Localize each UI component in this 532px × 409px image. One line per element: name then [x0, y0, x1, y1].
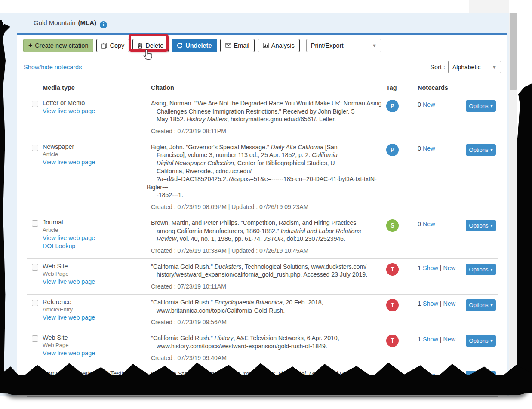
media-link[interactable]: View live web page [43, 108, 151, 114]
show-hide-notecards-link[interactable]: Show/hide notecards [24, 64, 82, 71]
citation-style-label: (MLA) [78, 19, 96, 26]
header-notecards: Notecards [418, 80, 466, 95]
scrollbar-thumb[interactable] [510, 9, 517, 90]
chevron-down-icon: ▾ [490, 338, 492, 343]
media-subtype-label: Article [43, 151, 151, 157]
options-button[interactable]: Options ▾ [466, 144, 496, 156]
email-button[interactable]: Email [220, 39, 255, 52]
vertical-scrollbar[interactable]: ▲ [509, 0, 517, 387]
project-bar: Gold Mountain(MLA)i [0, 13, 509, 33]
create-new-citation-button[interactable]: + Create new citation [23, 39, 93, 52]
undelete-button[interactable]: Undelete [172, 39, 217, 52]
options-button[interactable]: Options ▾ [466, 299, 496, 311]
sort-control: Sort : Alphabetic ▼ [430, 61, 501, 73]
media-type-label: Newspaper [43, 143, 151, 150]
chevron-down-icon: ▾ [490, 104, 492, 108]
print-export-dropdown[interactable]: Print/Export ▼ [306, 39, 381, 52]
notecards-cell: 0 New [418, 99, 466, 135]
media-type-label: Journal [43, 219, 151, 226]
created-updated-text: Created : 07/23/19 08:09PM | Updated : 0… [151, 203, 386, 210]
tag-badge[interactable]: S [386, 219, 399, 232]
row-checkbox[interactable] [32, 300, 38, 306]
notecards-cell: 1 Show | New [418, 263, 466, 290]
notecards-link[interactable]: New [423, 101, 435, 108]
project-title: Gold Mountain(MLA)i [34, 19, 107, 28]
analysis-chart-icon [263, 43, 269, 48]
media-link[interactable]: View live web page [43, 159, 151, 166]
notecards-cell: 1 Show | New [418, 298, 466, 326]
media-type-label: Letter or Memo [43, 99, 151, 106]
envelope-icon [225, 43, 231, 48]
media-links: View live web page [43, 314, 151, 321]
project-title-text: Gold Mountain [34, 19, 76, 26]
options-label: Options [469, 147, 489, 153]
subbar: Show/hide notecards Sort : Alphabetic ▼ [17, 56, 507, 78]
header-citation: Citation [151, 80, 386, 95]
created-updated-text: Created : 07/23/19 08:11PM [151, 128, 386, 135]
notecards-link[interactable]: New [443, 264, 455, 271]
undelete-label: Undelete [185, 42, 212, 49]
citation-text: "California Gold Rush." Encyclopaedia Br… [151, 298, 386, 314]
notecards-cell: 1 Show | New [418, 334, 466, 361]
row-checkbox[interactable] [32, 220, 38, 227]
row-checkbox[interactable] [32, 335, 38, 342]
citation-text: "California Gold Rush." Ducksters, Techn… [151, 263, 386, 279]
row-checkbox[interactable] [32, 264, 38, 271]
created-updated-text: Created : 07/23/19 09:40AM [151, 354, 386, 361]
media-links: View live web page [43, 159, 151, 166]
table-row: Letter or Memo View live web page Asing,… [27, 95, 498, 139]
notecards-link[interactable]: Show [423, 300, 438, 307]
options-button[interactable]: Options ▾ [466, 264, 496, 275]
notecards-link[interactable]: New [423, 145, 435, 152]
noodletools-sources-screen: NoodleTools Projects Dashboard Sources N… [0, 0, 532, 409]
torn-frame-wedge [4, 24, 10, 33]
media-type-label: Web Site [43, 334, 151, 341]
options-button[interactable]: Options ▾ [466, 335, 496, 347]
media-link[interactable]: View live web page [43, 234, 151, 241]
table-row: Web Site Web Page View live web page "Ca… [27, 330, 498, 366]
media-link[interactable]: View live web page [43, 314, 151, 321]
torn-frame-right [517, 83, 532, 391]
tag-badge[interactable]: P [386, 100, 399, 112]
info-icon[interactable]: i [100, 21, 107, 28]
notecards-link[interactable]: New [423, 221, 435, 228]
media-links: View live web page [43, 108, 151, 114]
media-link[interactable]: DOI Lookup [43, 243, 151, 249]
notecards-link[interactable]: Show [423, 264, 438, 271]
options-button[interactable]: Options ▾ [466, 220, 496, 231]
toolbar: + Create new citation Copy Delete Undel [17, 35, 507, 56]
options-label: Options [469, 222, 489, 229]
options-button[interactable]: Options ▾ [466, 100, 496, 112]
notecards-count: 0 [418, 101, 423, 108]
row-checkbox[interactable] [32, 101, 38, 107]
row-checkbox[interactable] [32, 145, 38, 151]
table-header-row: Media type Citation Tag Notecards [27, 80, 498, 95]
analysis-button[interactable]: Analysis [258, 39, 300, 52]
header-tag: Tag [386, 80, 418, 95]
table-row: Journal Article View live web pageDOI Lo… [27, 215, 498, 258]
table-row: Web Site Web Page View live web page "Ca… [27, 258, 498, 294]
chevron-down-icon: ▾ [490, 223, 492, 228]
media-links: View live web page [43, 278, 151, 285]
chevron-down-icon: ▼ [492, 65, 497, 70]
notecards-link[interactable]: New [443, 336, 455, 343]
sources-panel: + Create new citation Copy Delete Undel [17, 33, 507, 396]
created-updated-text: Created : 07/23/19 10:11AM [151, 283, 386, 290]
citation-text: "California Gold Rush." History, A&E Tel… [151, 334, 386, 350]
media-subtype-label: Article [43, 227, 151, 233]
notecards-link[interactable]: New [443, 300, 455, 307]
tag-badge[interactable]: T [386, 335, 399, 347]
notecards-link[interactable]: Show [423, 336, 438, 343]
copy-button[interactable]: Copy [96, 39, 129, 52]
tag-badge[interactable]: T [386, 299, 399, 311]
notecards-count: 1 [418, 336, 423, 343]
projectbar-divider [128, 18, 128, 29]
options-label: Options [469, 103, 489, 109]
tag-badge[interactable]: T [386, 263, 399, 276]
sources-table-body: Letter or Memo View live web page Asing,… [27, 95, 498, 396]
notecards-cell: 0 New [418, 143, 466, 210]
sort-dropdown[interactable]: Alphabetic ▼ [448, 61, 501, 73]
tag-badge[interactable]: P [386, 144, 399, 156]
media-link[interactable]: View live web page [43, 278, 151, 285]
media-link[interactable]: View live web page [43, 350, 151, 357]
